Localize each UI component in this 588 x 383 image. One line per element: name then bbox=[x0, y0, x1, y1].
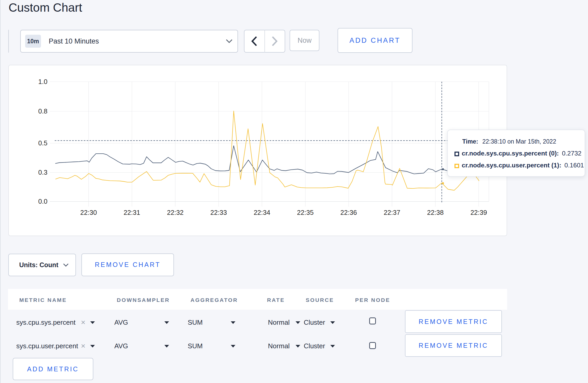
svg-text:0.8: 0.8 bbox=[38, 108, 47, 115]
svg-text:22:32: 22:32 bbox=[167, 209, 184, 216]
svg-text:0.3: 0.3 bbox=[38, 169, 47, 176]
svg-text:22:33: 22:33 bbox=[210, 209, 227, 216]
svg-text:22:35: 22:35 bbox=[297, 209, 314, 216]
svg-text:1.0: 1.0 bbox=[38, 78, 47, 85]
svg-text:22:34: 22:34 bbox=[254, 209, 270, 216]
svg-text:0.5: 0.5 bbox=[38, 139, 47, 147]
svg-text:22:37: 22:37 bbox=[384, 209, 400, 216]
svg-text:22:30: 22:30 bbox=[80, 209, 97, 216]
svg-text:22:31: 22:31 bbox=[124, 209, 140, 216]
svg-text:22:39: 22:39 bbox=[470, 209, 487, 216]
svg-text:22:38: 22:38 bbox=[427, 209, 444, 216]
svg-text:22:36: 22:36 bbox=[340, 209, 357, 216]
svg-text:0.0: 0.0 bbox=[38, 198, 47, 205]
